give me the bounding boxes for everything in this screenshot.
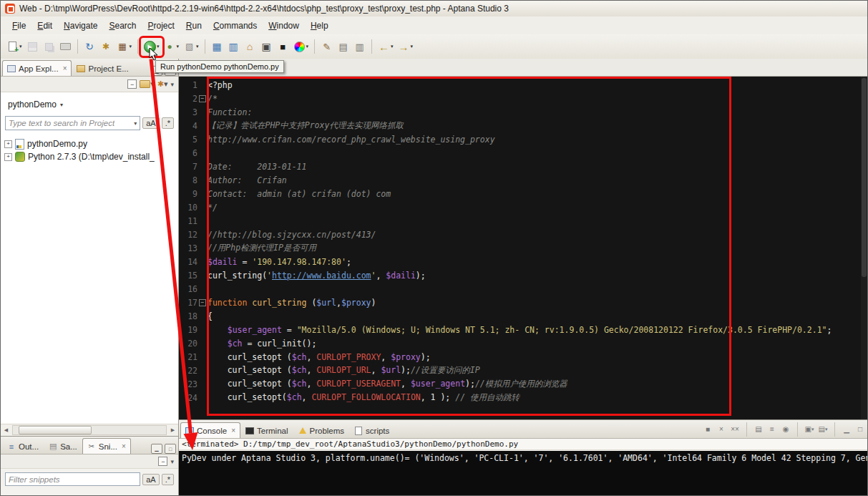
close-icon[interactable]: × [63, 64, 67, 72]
forward-dropdown-icon[interactable]: ▾ [411, 44, 414, 49]
menu-edit[interactable]: Edit [31, 19, 58, 33]
code-line[interactable]: 3Function: [179, 105, 867, 119]
menu-run[interactable]: Run [180, 19, 208, 33]
snippets-filter-input[interactable]: Filter snippets [5, 472, 140, 486]
settings-menu-button[interactable]: ✱▾ [157, 79, 168, 89]
code-line[interactable]: 10*/ [179, 200, 867, 214]
tab-scripts[interactable]: scripts [349, 422, 394, 438]
code-line[interactable]: 16 [179, 282, 867, 296]
refresh-button[interactable]: ↻ [82, 39, 98, 55]
code-line[interactable]: 8Author: Crifan [179, 173, 867, 187]
tab-problems[interactable]: Problems [293, 422, 350, 438]
color-wheel-dropdown-icon[interactable]: ▾ [306, 44, 309, 49]
code-line[interactable]: 7Date: 2013-01-11 [179, 160, 867, 173]
external-tools-dropdown-icon[interactable]: ▾ [130, 44, 132, 49]
snippets-regex-toggle[interactable]: .* [162, 474, 174, 485]
code-line[interactable]: 20 $ch = curl_init(); [179, 336, 867, 350]
print-button[interactable] [57, 39, 74, 55]
sidebar-hscrollbar[interactable]: ◀ ▶ [1, 424, 178, 436]
remove-all-launches-button[interactable]: ×× [729, 424, 741, 435]
save-button[interactable] [24, 39, 41, 55]
collapse-all-button[interactable]: − [158, 457, 167, 466]
forward-button[interactable]: →▾ [396, 39, 416, 55]
code-line[interactable]: 9Contact: admin (at) crifan (dot) com [179, 187, 867, 200]
expand-toggle-icon[interactable]: + [4, 153, 12, 161]
project-search-input[interactable]: Type text to search in Project ▾ [5, 116, 140, 130]
code-editor[interactable]: 1<?php2−/*3Function:4【记录】尝试在PHP中支持Proxy代… [179, 77, 867, 420]
terminate-button[interactable]: ■ [702, 424, 713, 435]
console-square-button[interactable]: ■ [275, 39, 291, 55]
code-line[interactable]: 11 [179, 214, 867, 228]
pin-console-button[interactable]: ◉ [780, 424, 791, 435]
code-line[interactable]: 24 curl_setopt($ch, CURLOPT_FOLLOWLOCATI… [179, 391, 867, 404]
console-output[interactable]: PyDev under Aptana Studio 3, platform.un… [179, 451, 867, 495]
snippets-case-toggle[interactable]: aA [142, 474, 159, 485]
code-line[interactable]: 14$daili = '190.147.98.147:80'; [179, 255, 867, 268]
tab-sni[interactable]: Sni...× [82, 438, 131, 454]
folder-menu-button[interactable]: ▾ [140, 79, 155, 89]
tree-item-python-2-7-3-d-tmp-dev-install[interactable]: +Python 2.7.3 (D:\tmp\dev_install_ [1, 150, 178, 163]
run-button[interactable]: ▶▾ [142, 39, 162, 55]
display-console-dropdown-icon[interactable]: ▾ [811, 427, 814, 432]
code-line[interactable]: 22 curl_setopt ($ch, CURLOPT_URL, $url);… [179, 364, 867, 377]
wizard-button[interactable]: ✱ [98, 39, 114, 55]
menu-file[interactable]: File [6, 19, 31, 33]
code-line[interactable]: 19 $user_agent = "Mozilla/5.0 (Windows; … [179, 323, 867, 336]
doc-frame-button[interactable]: ▥ [351, 39, 368, 55]
code-line[interactable]: 13//用Php检测代理IP是否可用 [179, 241, 867, 255]
maximize-view-button[interactable]: □ [165, 444, 176, 454]
tab-out[interactable]: Out... [2, 438, 44, 454]
color-wheel-button[interactable]: ▾ [291, 39, 311, 55]
close-icon[interactable]: × [122, 442, 126, 450]
tab-app-expl[interactable]: App Expl...× [2, 60, 72, 76]
settings-menu-dropdown-icon[interactable]: ▾ [164, 79, 168, 89]
minimize-view-button[interactable]: ▁ [151, 444, 162, 454]
hscroll-track[interactable] [12, 425, 167, 435]
clear-console-button[interactable]: ▤ [753, 424, 764, 435]
regex-toggle[interactable]: .* [162, 117, 174, 129]
case-sensitive-toggle[interactable]: aA [142, 117, 159, 129]
menu-project[interactable]: Project [142, 19, 180, 33]
external-tools-button[interactable]: ▦▾ [114, 39, 135, 55]
tree-item-pythondemo-py[interactable]: +pythonDemo.py [1, 137, 178, 150]
code-line[interactable]: 18{ [179, 309, 867, 323]
code-line[interactable]: 17−function curl_string ($url,$proxy) [179, 296, 867, 309]
expand-toggle-icon[interactable]: + [4, 140, 12, 148]
minimize-view-button[interactable]: ▁ [841, 424, 852, 435]
collapse-all-button[interactable]: − [127, 79, 137, 89]
tab-sa[interactable]: Sa... [44, 438, 82, 454]
menu-window[interactable]: Window [263, 19, 305, 33]
code-line[interactable]: 4【记录】尝试在PHP中支持Proxy代理去实现网络抓取 [179, 119, 867, 132]
folder-menu-dropdown-icon[interactable]: ▾ [150, 79, 155, 89]
code-line[interactable]: 2−/* [179, 92, 867, 105]
code-line[interactable]: 23 curl_setopt ($ch, CURLOPT_USERAGENT, … [179, 377, 867, 391]
open-console-button[interactable]: ▤▾ [817, 424, 829, 435]
back-dropdown-icon[interactable]: ▾ [391, 44, 394, 49]
editor-scroll-thumb[interactable] [862, 78, 867, 277]
project-selector[interactable]: pythonDemo ▾ [8, 99, 178, 110]
home-button[interactable]: ⌂ [242, 39, 258, 55]
menu-commands[interactable]: Commands [208, 19, 263, 33]
spray-button[interactable]: ▧▾ [181, 39, 201, 55]
menu-navigate[interactable]: Navigate [58, 19, 103, 33]
code-line[interactable]: 21 curl_setopt ($ch, CURLOPT_PROXY, $pro… [179, 350, 867, 364]
tab-project-e[interactable]: Project E... [72, 60, 133, 76]
new-file-button[interactable]: ▾ [4, 39, 24, 55]
hscroll-thumb[interactable] [19, 426, 92, 434]
view-menu-button[interactable]: ▾ [170, 81, 174, 88]
code-line[interactable]: 15curl_string('http://www.baidu.com', $d… [179, 268, 867, 282]
open-console-dropdown-icon[interactable]: ▾ [825, 427, 828, 432]
search-options-dropdown-icon[interactable]: ▾ [134, 120, 137, 127]
editor-scrollbar[interactable] [861, 77, 867, 420]
tab-console[interactable]: Console× [180, 422, 240, 438]
display-console-button[interactable]: ▣▾ [804, 424, 815, 435]
code-line[interactable]: 12//http://blog.sjzycxx.cn/post/413/ [179, 228, 867, 241]
remove-launch-button[interactable]: × [716, 424, 727, 435]
new-file-dropdown-icon[interactable]: ▾ [19, 44, 22, 49]
menu-search[interactable]: Search [103, 19, 142, 33]
scroll-lock-button[interactable]: ≡ [766, 424, 778, 435]
fold-marker-icon[interactable]: − [198, 95, 208, 102]
scroll-left-icon[interactable]: ◀ [1, 427, 11, 433]
code-line[interactable]: 6 [179, 146, 867, 160]
pencil-button[interactable]: ✎ [318, 39, 335, 55]
